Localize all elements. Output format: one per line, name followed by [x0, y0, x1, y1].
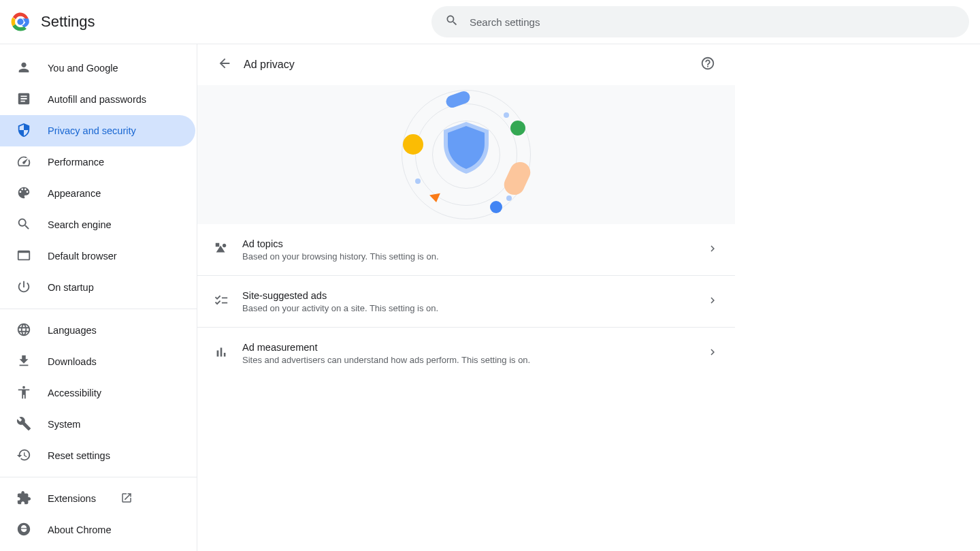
bar-chart-icon [214, 345, 242, 362]
search-input[interactable] [470, 16, 956, 28]
autofill-icon [16, 91, 31, 108]
sidebar-item-languages[interactable]: Languages [0, 315, 195, 346]
app-title: Settings [41, 13, 95, 31]
help-icon [700, 56, 715, 74]
sidebar-item-reset[interactable]: Reset settings [0, 440, 195, 471]
content-area: Ad privacy [197, 44, 735, 379]
sidebar-item-label: On startup [48, 282, 94, 293]
sidebar-divider [0, 477, 197, 477]
sidebar-item-extensions[interactable]: Extensions [0, 483, 195, 514]
sidebar-item-privacy[interactable]: Privacy and security [0, 115, 195, 146]
sidebar-item-system[interactable]: System [0, 409, 195, 440]
back-button[interactable] [211, 51, 238, 78]
sidebar-item-label: Downloads [48, 356, 97, 367]
sidebar: You and Google Autofill and passwords Pr… [0, 44, 197, 551]
shield-icon [16, 123, 31, 140]
setting-row-ad-measurement[interactable]: Ad measurement Sites and advertisers can… [197, 328, 735, 379]
search-icon [445, 14, 470, 30]
sidebar-item-label: System [48, 419, 80, 430]
extension-icon [16, 490, 31, 507]
sidebar-item-autofill[interactable]: Autofill and passwords [0, 84, 195, 115]
page-title: Ad privacy [244, 59, 694, 71]
sidebar-item-label: Accessibility [48, 388, 101, 398]
setting-row-site-suggested-ads[interactable]: Site-suggested ads Based on your activit… [197, 276, 735, 328]
setting-title: Site-suggested ads [242, 290, 706, 301]
sidebar-item-label: About Chrome [48, 524, 112, 535]
hero-illustration [197, 85, 735, 224]
sidebar-item-search-engine[interactable]: Search engine [0, 209, 195, 240]
accessibility-icon [16, 385, 31, 402]
setting-text: Ad measurement Sites and advertisers can… [242, 342, 706, 365]
setting-desc: Based on your browsing history. This set… [242, 251, 706, 262]
search-container[interactable] [431, 6, 969, 37]
setting-desc: Based on your activity on a site. This s… [242, 303, 706, 313]
person-icon [16, 60, 31, 77]
shield-illustration-icon [444, 122, 489, 174]
setting-title: Ad measurement [242, 342, 706, 353]
sidebar-item-label: Privacy and security [48, 125, 136, 136]
chevron-right-icon [706, 346, 719, 361]
top-bar: Settings [0, 0, 980, 44]
speedometer-icon [16, 154, 31, 171]
chevron-right-icon [706, 294, 719, 309]
wrench-icon [16, 416, 31, 433]
setting-row-ad-topics[interactable]: Ad topics Based on your browsing history… [197, 224, 735, 276]
sidebar-item-label: Extensions [48, 493, 96, 504]
main: Ad privacy [197, 44, 980, 551]
checklist-icon [214, 293, 242, 311]
sidebar-item-label: Search engine [48, 219, 112, 230]
layout: You and Google Autofill and passwords Pr… [0, 44, 980, 551]
open-in-new-icon [112, 492, 133, 506]
arrow-back-icon [217, 56, 232, 74]
help-button[interactable] [694, 51, 721, 78]
sidebar-item-label: Autofill and passwords [48, 94, 146, 105]
sidebar-divider [0, 309, 197, 309]
sidebar-item-about[interactable]: About Chrome [0, 514, 195, 546]
sidebar-item-downloads[interactable]: Downloads [0, 346, 195, 377]
sidebar-item-performance[interactable]: Performance [0, 146, 195, 178]
sidebar-item-label: Reset settings [48, 450, 110, 461]
sidebar-item-label: Performance [48, 157, 104, 168]
shapes-icon [214, 241, 242, 259]
chrome-icon [16, 522, 31, 539]
sidebar-item-label: You and Google [48, 63, 118, 74]
browser-icon [16, 248, 31, 265]
setting-title: Ad topics [242, 238, 706, 249]
sidebar-item-label: Default browser [48, 251, 117, 262]
restore-icon [16, 447, 31, 465]
setting-text: Site-suggested ads Based on your activit… [242, 290, 706, 313]
svg-point-2 [17, 18, 23, 25]
sidebar-item-default-browser[interactable]: Default browser [0, 240, 195, 272]
sidebar-item-accessibility[interactable]: Accessibility [0, 377, 195, 409]
setting-desc: Sites and advertisers can understand how… [242, 355, 706, 365]
sidebar-item-on-startup[interactable]: On startup [0, 272, 195, 303]
sidebar-item-you-and-google[interactable]: You and Google [0, 52, 195, 84]
search-icon [16, 217, 31, 234]
download-icon [16, 353, 31, 371]
chevron-right-icon [706, 242, 719, 257]
power-icon [16, 279, 31, 296]
sidebar-item-label: Languages [48, 325, 97, 336]
setting-text: Ad topics Based on your browsing history… [242, 238, 706, 262]
palette-icon [16, 185, 31, 202]
chrome-logo-icon [11, 12, 30, 31]
sidebar-item-label: Appearance [48, 188, 101, 199]
main-header: Ad privacy [197, 44, 735, 85]
globe-icon [16, 322, 31, 339]
sidebar-item-appearance[interactable]: Appearance [0, 178, 195, 209]
